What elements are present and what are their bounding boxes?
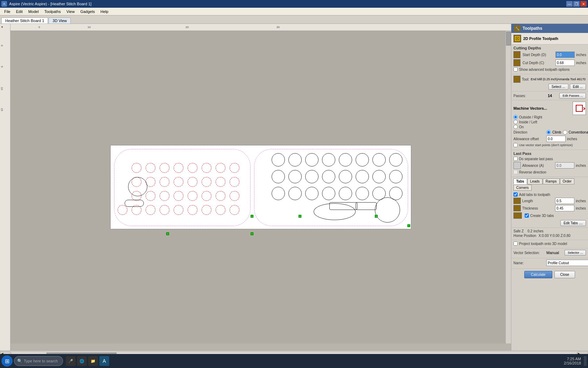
allowance-offset-input[interactable]	[546, 136, 566, 142]
length-unit: inches	[576, 199, 586, 203]
inside-left-label: Inside / Left	[519, 120, 537, 124]
last-pass-section: Last Pass Do separate last pass Allowanc…	[511, 150, 588, 177]
restore-button[interactable]: ❐	[573, 1, 580, 7]
selector-button[interactable]: Selector ...	[565, 250, 586, 255]
name-input[interactable]	[546, 260, 588, 266]
cut-depth-icon	[513, 59, 520, 66]
tabs-nav: Tabs Leads Ramps Order Corners	[513, 178, 586, 191]
create-3d-tabs-label: Create 3D tabs	[530, 214, 554, 218]
machine-vector-preview	[573, 102, 586, 115]
taskbar-folder[interactable]: 📁	[88, 356, 98, 366]
safe-z-label: Safe Z	[513, 229, 524, 233]
minimize-button[interactable]: —	[566, 1, 573, 7]
climb-label: Climb	[552, 130, 561, 134]
cut-depth-input[interactable]	[555, 60, 575, 66]
select-tool-button[interactable]: Select ...	[548, 84, 568, 90]
reverse-direction-checkbox[interactable]	[513, 170, 518, 174]
search-box[interactable]: 🔍 Type here to search	[14, 356, 63, 366]
menu-file[interactable]: File	[1, 9, 13, 14]
cutting-depths-title: Cutting Depths	[513, 46, 586, 50]
home-position-value: X:0.00 Y:0.00 Z:0.80	[539, 234, 570, 238]
start-depth-input[interactable]	[555, 52, 575, 58]
tab-btn-ramps[interactable]: Ramps	[543, 178, 560, 184]
canvas-area[interactable]: 0 10 20 30	[10, 24, 511, 350]
tab-btn-order[interactable]: Order	[560, 178, 575, 184]
conventional-radio[interactable]	[563, 130, 567, 135]
handle-green-3[interactable]	[251, 232, 253, 235]
outside-right-radio[interactable]	[513, 115, 518, 119]
menu-gadgets[interactable]: Gadgets	[77, 9, 98, 14]
project-toolpath-label: Project toolpath onto 3D model	[519, 242, 567, 246]
menu-edit[interactable]: Edit	[13, 9, 26, 14]
length-label: Length	[522, 199, 554, 203]
taskbar-browser[interactable]: 🌐	[77, 356, 87, 366]
right-panel: 🔧 Toolpaths 2D Profile Toolpath Cutting …	[511, 24, 588, 350]
inside-left-radio[interactable]	[513, 120, 518, 124]
separate-last-pass-checkbox[interactable]	[513, 157, 518, 161]
notification-area[interactable]	[584, 356, 587, 366]
vector-selection-label: Vector Selection:	[513, 251, 545, 255]
start-depth-unit: inches	[576, 53, 586, 57]
action-buttons: Calculate Close	[511, 269, 588, 280]
handle-green-4[interactable]	[299, 215, 301, 218]
tab-btn-tabs[interactable]: Tabs	[513, 178, 527, 184]
outside-right-label: Outside / Right	[519, 115, 542, 119]
vertical-scrollbar[interactable]	[505, 31, 511, 343]
add-tabs-checkbox[interactable]	[513, 192, 518, 197]
edit-tool-button[interactable]: Edit ...	[570, 84, 586, 90]
handle-green-2[interactable]	[251, 215, 253, 218]
thickness-input[interactable]	[555, 205, 574, 211]
on-radio[interactable]	[513, 125, 518, 129]
tab-btn-leads[interactable]: Leads	[527, 178, 542, 184]
length-input[interactable]	[555, 198, 574, 204]
start-depth-icon	[513, 51, 520, 58]
start-depth-label: Start Depth (D)	[523, 53, 554, 57]
last-pass-title: Last Pass	[513, 151, 586, 156]
allowance-a-label: Allowance (A)	[522, 164, 554, 168]
allowance-offset-unit: inches	[567, 137, 577, 141]
toolpath-title: 2D Profile Toolpath	[523, 36, 558, 41]
show-advanced-checkbox[interactable]	[513, 67, 518, 71]
tab-btn-corners[interactable]: Corners	[513, 185, 532, 191]
menu-toolpaths[interactable]: Toolpaths	[42, 9, 64, 14]
allowance-offset-label: Allowance offset	[513, 137, 545, 141]
taskbar-cortana[interactable]: 🎤	[66, 356, 76, 366]
scrollbar-thumb[interactable]	[506, 32, 511, 46]
allowance-a-input[interactable]	[555, 162, 574, 169]
start-button[interactable]: ⊞	[1, 355, 13, 367]
tool-label: Tool:	[522, 77, 529, 81]
handle-green-1[interactable]	[166, 232, 169, 235]
handle-green-5[interactable]	[375, 215, 378, 218]
edit-passes-button[interactable]: Edit Passes ...	[559, 93, 586, 98]
thickness-unit: inches	[576, 206, 586, 210]
direction-label: Direction	[513, 130, 545, 134]
tool-section: Tool: End Mill (0.25 inch)Amanda Tool 46…	[511, 74, 588, 91]
on-label: On	[519, 125, 524, 129]
taskbar-app[interactable]: A	[99, 356, 109, 366]
menu-model[interactable]: Model	[26, 9, 42, 14]
design-board	[110, 145, 411, 229]
add-tabs-label: Add tabs to toolpath	[519, 193, 550, 197]
home-position-label: Home Position	[513, 234, 536, 238]
menu-view[interactable]: View	[64, 9, 78, 14]
use-vector-start-checkbox[interactable]	[513, 143, 518, 147]
taskbar-clock: 7:25 AM 2/16/2018	[564, 356, 587, 366]
project-toolpath-checkbox[interactable]	[513, 241, 518, 246]
tool-icon	[513, 76, 520, 83]
conventional-label: Conventional	[569, 130, 588, 134]
climb-radio[interactable]	[546, 130, 551, 135]
name-section: Name:	[511, 258, 588, 269]
close-button[interactable]: ✕	[580, 1, 587, 7]
menu-help[interactable]: Help	[98, 9, 111, 14]
search-placeholder: Type here to search	[24, 359, 58, 363]
canvas-content	[10, 31, 511, 343]
handle-green-6[interactable]	[407, 224, 410, 227]
panel-title: Toolpaths	[523, 26, 542, 31]
close-button[interactable]: Close	[554, 271, 575, 278]
top-ruler: 0 10 20 30	[10, 24, 511, 31]
calculate-button[interactable]: Calculate	[524, 271, 552, 278]
edit-tabs-button[interactable]: Edit Tabs ....	[560, 220, 586, 226]
tab-3d-view[interactable]: 3D View	[49, 18, 71, 23]
tab-heather-stitch[interactable]: Heather Stitch Board 1	[1, 18, 48, 23]
create-3d-tabs-checkbox[interactable]	[525, 213, 529, 218]
